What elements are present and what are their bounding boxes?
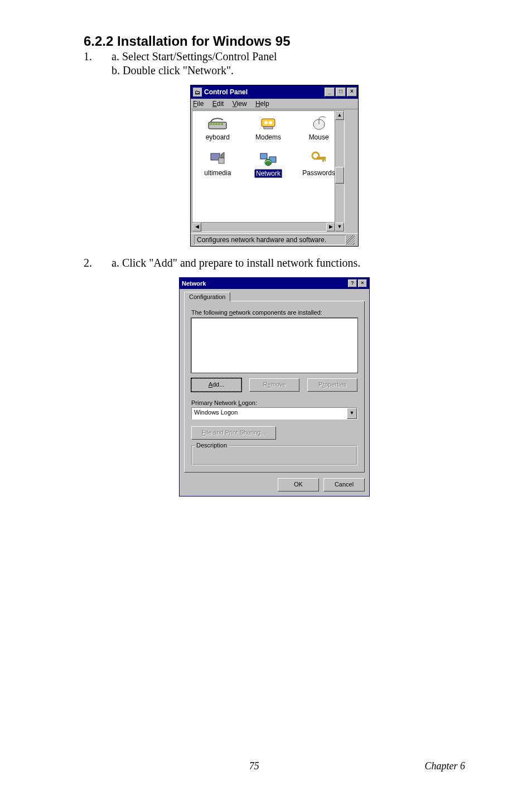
maximize-button[interactable]: □	[336, 88, 346, 97]
icon-label: Modems	[246, 133, 291, 141]
step-2a: 2. a. Click "Add" and prepare to install…	[84, 257, 465, 269]
file-print-sharing-button: File and Print Sharing...	[191, 426, 276, 440]
network-icon	[258, 150, 278, 167]
scroll-down-button[interactable]: ▼	[335, 223, 344, 232]
help-button[interactable]: ?	[348, 279, 357, 287]
scroll-left-button[interactable]: ◀	[192, 223, 201, 232]
dialog-titlebar[interactable]: Network ? ×	[180, 278, 369, 289]
svg-rect-20	[322, 160, 324, 162]
svg-marker-14	[221, 152, 224, 158]
horizontal-scrollbar[interactable]: ◀ ▶	[192, 222, 335, 232]
primary-logon-combo[interactable]: Windows Logon ▼	[191, 407, 357, 420]
minimize-button[interactable]: _	[325, 88, 335, 97]
svg-rect-13	[219, 158, 224, 163]
menubar: File Edit View Help	[191, 99, 358, 109]
svg-rect-21	[325, 160, 326, 161]
client-area: eyboard Modems Mouse ultimedia	[192, 110, 345, 232]
scroll-up-button[interactable]: ▲	[335, 111, 344, 120]
multimedia-icon	[207, 150, 228, 167]
svg-rect-6	[262, 119, 275, 127]
svg-point-17	[265, 159, 272, 166]
step-2-number: 2.	[84, 257, 112, 269]
ok-button[interactable]: OK	[278, 478, 319, 491]
control-panel-icon: 🗂	[193, 88, 202, 97]
svg-rect-15	[260, 153, 267, 159]
svg-point-7	[264, 121, 268, 124]
add-button[interactable]: Add...	[191, 378, 241, 392]
close-button[interactable]: ×	[347, 88, 357, 97]
step-1a-text: a. Select Start/Settings/Control Panel	[112, 50, 465, 63]
svg-rect-3	[215, 123, 217, 125]
window-title: Control Panel	[204, 88, 248, 96]
chapter-label: Chapter 6	[424, 760, 465, 772]
dialog-title: Network	[182, 280, 206, 287]
icon-network[interactable]: Network	[246, 150, 291, 178]
combo-value: Windows Logon	[192, 408, 347, 419]
network-dialog: Network ? × Configuration The following …	[179, 277, 370, 497]
chevron-down-icon[interactable]: ▼	[347, 408, 357, 419]
icon-keyboard[interactable]: eyboard	[195, 114, 240, 141]
description-label: Description	[195, 442, 228, 449]
menu-help[interactable]: Help	[255, 100, 269, 108]
step-1b: b. Double click "Network".	[84, 64, 465, 77]
vertical-scrollbar[interactable]: ▲ ▼	[335, 111, 344, 232]
menu-file[interactable]: File	[193, 100, 204, 108]
section-heading: 6.2.2 Installation for Windows 95	[84, 33, 465, 49]
properties-button: Properties	[307, 378, 357, 392]
components-listbox[interactable]	[191, 318, 357, 373]
step-1-number: 1.	[84, 50, 112, 63]
close-button[interactable]: ×	[358, 279, 367, 287]
titlebar[interactable]: 🗂 Control Panel _ □ ×	[191, 85, 358, 99]
resize-grip[interactable]	[346, 235, 355, 245]
tab-configuration[interactable]: Configuration	[184, 292, 230, 301]
icon-label: ultimedia	[195, 169, 240, 177]
svg-rect-0	[209, 122, 226, 129]
menu-edit[interactable]: Edit	[212, 100, 224, 108]
step-2a-text: a. Click "Add" and prepare to install ne…	[112, 257, 465, 269]
statusbar: Configures network hardware and software…	[191, 233, 358, 246]
page-number: 75	[249, 760, 259, 772]
icon-modems[interactable]: Modems	[246, 114, 291, 141]
keyboard-icon	[207, 114, 228, 131]
step-1a: 1. a. Select Start/Settings/Control Pane…	[84, 50, 465, 63]
step-1b-text: b. Double click "Network".	[112, 64, 465, 77]
passwords-icon	[309, 150, 329, 167]
status-text: Configures network hardware and software…	[194, 235, 346, 245]
remove-button: Remove	[249, 378, 299, 392]
cancel-button[interactable]: Cancel	[323, 478, 365, 491]
components-label: The following network components are ins…	[191, 309, 357, 316]
description-group: Description	[191, 445, 357, 465]
icon-label: eyboard	[195, 133, 240, 141]
primary-logon-label: Primary Network Logon:	[191, 399, 357, 406]
scroll-thumb[interactable]	[335, 167, 344, 184]
svg-rect-1	[210, 123, 212, 125]
menu-view[interactable]: View	[233, 100, 247, 108]
svg-rect-9	[264, 127, 273, 129]
tab-panel: The following network components are ins…	[184, 301, 365, 473]
modem-icon	[258, 114, 278, 131]
svg-rect-2	[212, 123, 215, 125]
icon-multimedia[interactable]: ultimedia	[195, 150, 240, 178]
svg-rect-5	[221, 123, 223, 125]
svg-rect-4	[218, 123, 220, 125]
svg-point-8	[269, 121, 272, 124]
svg-rect-19	[317, 157, 326, 160]
control-panel-window: 🗂 Control Panel _ □ × File Edit View Hel…	[190, 85, 359, 247]
scroll-right-button[interactable]: ▶	[326, 223, 335, 232]
mouse-icon	[309, 114, 329, 131]
icon-label: Network	[254, 169, 282, 178]
